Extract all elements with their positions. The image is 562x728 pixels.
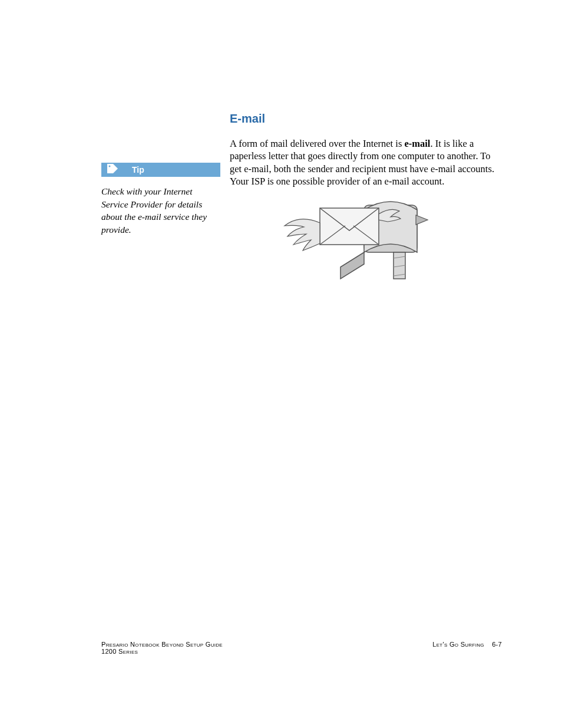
body-pre: A form of mail delivered over the Intern… xyxy=(230,138,404,149)
svg-rect-8 xyxy=(320,208,379,245)
mailbox-illustration xyxy=(230,190,498,287)
svg-marker-7 xyxy=(416,215,428,225)
footer-right: Let's Go Surfing 6-7 xyxy=(432,641,502,655)
svg-marker-0 xyxy=(107,164,118,173)
footer-page-number: 6-7 xyxy=(492,641,502,648)
tip-sidebar: Tip Check with your Internet Service Pro… xyxy=(101,163,220,236)
footer-section-name: Let's Go Surfing xyxy=(432,641,484,648)
footer-guide-title: Presario Notebook Beyond Setup Guide xyxy=(101,641,223,648)
footer-series: 1200 Series xyxy=(101,648,223,655)
svg-point-1 xyxy=(109,166,111,167)
main-column: E-mail A form of mail delivered over the… xyxy=(230,112,498,287)
tag-icon xyxy=(106,163,119,177)
tip-text: Check with your Internet Service Provide… xyxy=(101,185,220,236)
tip-header-bar: Tip xyxy=(101,163,220,177)
page-footer: Presario Notebook Beyond Setup Guide 120… xyxy=(101,641,502,655)
tip-label: Tip xyxy=(132,165,144,174)
body-bold-term: e-mail xyxy=(404,138,430,149)
footer-left: Presario Notebook Beyond Setup Guide 120… xyxy=(101,641,223,655)
body-paragraph: A form of mail delivered over the Intern… xyxy=(230,137,498,188)
section-heading: E-mail xyxy=(230,112,498,126)
